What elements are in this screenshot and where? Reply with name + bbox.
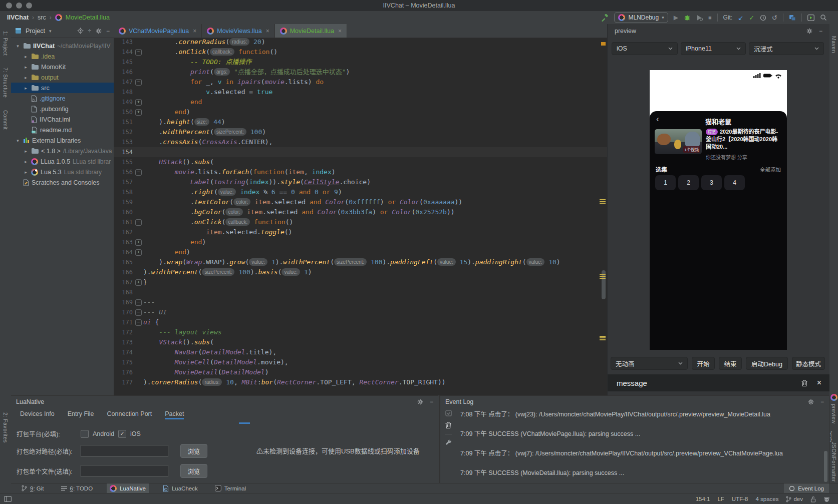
gear-icon[interactable] xyxy=(417,398,424,405)
tree-item-IIVChat.iml[interactable]: IIVChat.iml xyxy=(11,114,114,125)
ios-checkbox[interactable]: ✓ xyxy=(118,430,126,438)
tree-arrow-icon[interactable]: ▸ xyxy=(23,149,29,154)
hide-panel-button[interactable]: − xyxy=(430,398,433,405)
fold-marker-icon[interactable]: − xyxy=(135,49,142,56)
code-line-160[interactable]: 160 .bgColor(color: item.selected and Co… xyxy=(114,207,607,217)
tool-tab-LuaNative[interactable]: LuaNative xyxy=(107,483,149,493)
clear-log-icon[interactable] xyxy=(445,421,452,429)
rollback-button[interactable]: ↺ xyxy=(772,14,777,22)
code-line-158[interactable]: 158 .right(value: index % 6 == 0 and 0 o… xyxy=(114,187,607,197)
run-config-selector[interactable]: MLNDebug ▾ xyxy=(614,12,668,23)
chevron-down-icon[interactable]: ▾ xyxy=(49,29,52,34)
hide-panel-button[interactable]: − xyxy=(819,28,822,35)
tree-item-LLua 1.0.5[interactable]: ▸LLua 1.0.5LLua std librar xyxy=(11,156,114,167)
mark-read-icon[interactable] xyxy=(445,410,452,416)
fold-marker-icon[interactable]: − xyxy=(135,319,142,326)
close-tab-icon[interactable]: × xyxy=(266,28,269,35)
gear-icon[interactable] xyxy=(95,28,102,35)
tool-window-toggle-icon[interactable] xyxy=(4,496,12,502)
editor[interactable]: 143 .cornerRadius(radius: 20)144− .onCli… xyxy=(114,38,607,396)
tree-arrow-icon[interactable]: ▸ xyxy=(23,65,29,70)
code-line-156[interactable]: 156− movie.lists.forEach(function(item, … xyxy=(114,167,607,177)
fold-marker-icon[interactable]: − xyxy=(135,299,142,306)
code-line-162[interactable]: 162 item.selected.toggle() xyxy=(114,227,607,237)
code-line-167[interactable]: 167+} xyxy=(114,277,607,287)
error-stripe-mark[interactable] xyxy=(601,42,606,46)
stripe-todo-mark[interactable] xyxy=(600,274,606,279)
close-icon[interactable]: × xyxy=(817,378,821,387)
stripe-commit[interactable]: Commit xyxy=(3,110,9,130)
stop-button[interactable]: ■ xyxy=(708,15,712,21)
hide-panel-button[interactable]: − xyxy=(106,28,110,35)
tree-arrow-icon[interactable]: ▸ xyxy=(23,54,29,59)
close-tab-icon[interactable]: × xyxy=(338,28,342,35)
episode-button-3[interactable]: 3 xyxy=(701,175,722,190)
code-line-168[interactable]: 168 xyxy=(114,287,607,297)
caret-position[interactable]: 154:1 xyxy=(696,496,710,502)
eventlog-toggle-button[interactable]: Event Log xyxy=(784,483,829,493)
code-line-151[interactable]: 151 ).height(size: 44) xyxy=(114,117,607,127)
code-line-148[interactable]: 148 v.selected = true xyxy=(114,87,607,97)
code-line-176[interactable]: 176 MovieDetail(DetailModel) xyxy=(114,367,607,377)
run-button[interactable]: ▶ xyxy=(674,14,678,21)
stripe-jsonformatter[interactable]: JSONFormatter xyxy=(831,442,837,482)
browse-path-button[interactable]: 浏览 xyxy=(180,444,207,458)
search-everywhere-button[interactable] xyxy=(820,14,827,21)
fold-marker-icon[interactable]: − xyxy=(135,219,142,226)
code-line-150[interactable]: 150+ end) xyxy=(114,107,607,117)
tab-MovieDetail.llua[interactable]: MovieDetail.llua× xyxy=(275,24,347,38)
browse-file-button[interactable]: 浏览 xyxy=(180,464,207,478)
package-path-input[interactable] xyxy=(81,445,168,457)
tab-Packet[interactable]: Packet xyxy=(165,410,184,419)
episode-button-2[interactable]: 2 xyxy=(678,175,699,190)
close-tab-icon[interactable]: × xyxy=(193,28,196,35)
stripe-todo-mark[interactable] xyxy=(600,336,606,340)
code-line-173[interactable]: 173 VStack().subs( xyxy=(114,337,607,347)
code-line-172[interactable]: 172 --- layout views xyxy=(114,327,607,337)
tree-item-MomoKit[interactable]: ▸MomoKit xyxy=(11,62,114,72)
stripe-structure[interactable]: 7: Structure xyxy=(3,68,9,98)
code-line-163[interactable]: 163+ end) xyxy=(114,237,607,247)
history-button[interactable] xyxy=(760,15,766,21)
eventlog-scrollbar[interactable] xyxy=(824,451,827,482)
breadcrumb-project[interactable]: IIVChat xyxy=(7,14,29,21)
message-input[interactable]: message xyxy=(608,379,801,387)
code-line-149[interactable]: 149+ end xyxy=(114,97,607,107)
launch-debug-button[interactable]: 启动Debug xyxy=(746,357,788,370)
tool-tab-Terminal[interactable]: Terminal xyxy=(212,483,249,493)
fold-marker-icon[interactable]: + xyxy=(135,279,142,286)
gear-icon[interactable] xyxy=(806,28,813,35)
gear-icon[interactable] xyxy=(807,398,814,405)
locate-file-button[interactable] xyxy=(77,28,84,34)
animation-dropdown[interactable]: 无动画 xyxy=(611,357,688,370)
tool-tab-6: TODO[interactable]: 6: TODO xyxy=(58,483,96,493)
tree-arrow-icon[interactable]: ▸ xyxy=(23,86,29,91)
device-dropdown[interactable]: iPhone11 xyxy=(681,42,746,55)
mode-dropdown[interactable]: 沉浸式 xyxy=(749,42,824,55)
tool-tab-9: Git[interactable]: 9: Git xyxy=(19,483,47,493)
tool-tab-LuaCheck[interactable]: LuaCheck xyxy=(160,483,201,493)
fold-marker-icon[interactable]: − xyxy=(135,79,142,86)
git-branch-widget[interactable]: dev xyxy=(786,496,803,502)
breadcrumb-file[interactable]: MovieDetail.llua xyxy=(66,14,110,21)
code-line-145[interactable]: 145 -- TODO: 点播操作 xyxy=(114,57,607,67)
tree-arrow-icon[interactable]: ▾ xyxy=(15,44,21,49)
zoom-window-button[interactable] xyxy=(26,3,32,9)
tree-arrow-icon[interactable]: ▸ xyxy=(23,170,29,175)
close-window-button[interactable] xyxy=(6,3,12,9)
code-line-175[interactable]: 175 MovieCell(DetailModel.movie), xyxy=(114,357,607,367)
code-line-152[interactable]: 152 .widthPercent(sizePercent: 100) xyxy=(114,127,607,137)
code-line-159[interactable]: 159 .textColor(color: item.selected and … xyxy=(114,197,607,207)
clear-messages-icon[interactable] xyxy=(801,379,808,387)
code-line-165[interactable]: 165 ).wrap(Wrap.WRAP).grow(value: 1).wid… xyxy=(114,257,607,267)
code-line-144[interactable]: 144− .onClick(callback: function() xyxy=(114,47,607,57)
code-line-174[interactable]: 174 NavBar(DetailModel.title), xyxy=(114,347,607,357)
tree-item-Scratches and Consoles[interactable]: Scratches and Consoles xyxy=(11,177,114,188)
fold-marker-icon[interactable]: + xyxy=(135,99,142,106)
code-line-154[interactable]: 154 xyxy=(114,147,607,157)
code-line-146[interactable]: 146 print(args: "点播全部，点播成功后处理选中状态") xyxy=(114,67,607,77)
fold-marker-icon[interactable]: + xyxy=(135,239,142,246)
debug-button[interactable] xyxy=(684,14,691,21)
code-line-171[interactable]: 171−ui { xyxy=(114,317,607,327)
episode-button-1[interactable]: 1 xyxy=(655,175,676,190)
